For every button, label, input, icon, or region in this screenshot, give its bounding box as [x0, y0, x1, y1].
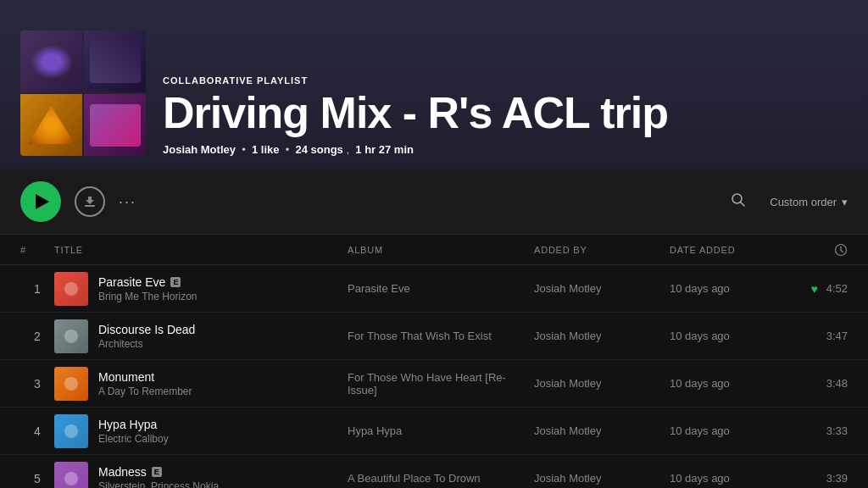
track-artist: Architects: [98, 338, 195, 350]
track-thumbnail: [54, 367, 88, 401]
track-number: 3: [20, 377, 54, 391]
track-added-by: Josiah Motley: [534, 282, 670, 295]
track-number: 4: [20, 424, 54, 438]
liked-icon: ♥: [810, 282, 817, 296]
track-album: A Beautiful Place To Drown: [348, 472, 534, 485]
explicit-badge: E: [152, 467, 162, 477]
track-title-block: Hypa Hypa Electric Callboy: [98, 418, 169, 445]
playlist-songs: 24 songs: [296, 143, 343, 156]
col-duration: [797, 243, 848, 257]
col-album: ALBUM: [348, 245, 534, 255]
track-added-by: Josiah Motley: [534, 330, 670, 342]
download-button[interactable]: [75, 186, 105, 217]
svg-point-8: [64, 377, 78, 391]
track-info: Hypa Hypa Electric Callboy: [54, 414, 348, 448]
track-number: 1: [20, 282, 54, 296]
track-info: Discourse Is Dead Architects: [54, 319, 348, 353]
svg-point-9: [64, 424, 78, 438]
track-added-by: Josiah Motley: [534, 424, 670, 437]
track-album: For Those That Wish To Exist: [348, 330, 534, 342]
duration-value: 3:33: [826, 424, 848, 437]
track-list: # TITLE ALBUM ADDED BY DATE ADDED 1: [0, 235, 868, 488]
track-date-added: 10 days ago: [670, 472, 797, 485]
track-info: Parasite Eve E Bring Me The Horizon: [54, 272, 348, 306]
sort-label: Custom order: [770, 196, 837, 208]
more-options-button[interactable]: ···: [119, 193, 136, 211]
track-duration: 3:33: [797, 424, 848, 437]
play-button[interactable]: [20, 181, 61, 222]
album-cell-1: [20, 30, 82, 92]
track-date-added: 10 days ago: [670, 282, 797, 295]
tracks-container: 1 Parasite Eve E Bring Me The Horizon Pa…: [0, 265, 868, 488]
track-name: Parasite Eve E: [98, 275, 198, 289]
track-date-added: 10 days ago: [670, 377, 797, 390]
track-number: 5: [20, 472, 54, 485]
track-duration: 3:39: [797, 472, 848, 485]
search-icon-button[interactable]: [731, 192, 746, 212]
album-cell-2: [84, 30, 146, 92]
svg-line-2: [741, 202, 745, 206]
track-info: Monument A Day To Remember: [54, 367, 348, 401]
duration-value: 3:47: [826, 330, 848, 342]
track-row[interactable]: 1 Parasite Eve E Bring Me The Horizon Pa…: [0, 265, 868, 313]
track-title-block: Monument A Day To Remember: [98, 370, 192, 397]
track-name: Hypa Hypa: [98, 418, 169, 431]
track-duration: 3:47: [797, 330, 848, 342]
svg-point-6: [64, 282, 78, 296]
track-artist: Electric Callboy: [98, 433, 169, 445]
track-row[interactable]: 3 Monument A Day To Remember For Those W…: [0, 360, 868, 408]
hero-section: COLLABORATIVE PLAYLIST Driving Mix - R's…: [0, 0, 868, 169]
track-thumbnail: [54, 462, 88, 489]
col-added-by: ADDED BY: [534, 245, 670, 255]
sort-arrow: ▾: [842, 196, 848, 208]
track-added-by: Josiah Motley: [534, 377, 670, 390]
playlist-cover-grid: [20, 30, 146, 156]
playlist-type-label: COLLABORATIVE PLAYLIST: [163, 75, 848, 86]
track-artist: Silverstein, Princess Nokia: [98, 480, 219, 489]
track-info: Madness E Silverstein, Princess Nokia: [54, 462, 348, 489]
track-row[interactable]: 5 Madness E Silverstein, Princess Nokia …: [0, 455, 868, 488]
playlist-meta: Josiah Motley • 1 like • 24 songs , 1 hr…: [163, 143, 848, 156]
track-album: For Those Who Have Heart [Re-Issue]: [348, 371, 534, 396]
col-num: #: [20, 245, 54, 255]
track-date-added: 10 days ago: [670, 424, 797, 437]
playlist-title: Driving Mix - R's ACL trip: [163, 91, 848, 135]
duration-value: 4:52: [826, 282, 848, 295]
svg-point-7: [64, 330, 78, 343]
svg-rect-0: [85, 205, 95, 207]
track-name: Discourse Is Dead: [98, 323, 195, 336]
explicit-badge: E: [170, 277, 181, 287]
col-title: TITLE: [54, 245, 348, 255]
track-duration: ♥4:52: [797, 282, 848, 296]
hero-info: COLLABORATIVE PLAYLIST Driving Mix - R's…: [163, 75, 848, 156]
col-date: DATE ADDED: [670, 245, 797, 255]
svg-point-10: [64, 472, 78, 485]
main-container: COLLABORATIVE PLAYLIST Driving Mix - R's…: [0, 0, 868, 488]
track-date-added: 10 days ago: [670, 330, 797, 342]
track-name: Monument: [98, 370, 192, 384]
track-thumbnail: [54, 319, 88, 353]
track-number: 2: [20, 330, 54, 343]
track-row[interactable]: 2 Discourse Is Dead Architects For Those…: [0, 313, 868, 360]
album-cell-4: [84, 94, 146, 156]
sort-order-button[interactable]: Custom order ▾: [770, 196, 848, 208]
duration-value: 3:39: [826, 472, 848, 485]
track-title-block: Parasite Eve E Bring Me The Horizon: [98, 275, 198, 302]
track-title-block: Discourse Is Dead Architects: [98, 323, 195, 350]
track-artist: Bring Me The Horizon: [98, 291, 198, 302]
track-list-header: # TITLE ALBUM ADDED BY DATE ADDED: [0, 235, 868, 265]
track-name: Madness E: [98, 465, 219, 479]
playlist-duration: 1 hr 27 min: [355, 143, 414, 156]
track-row[interactable]: 4 Hypa Hypa Electric Callboy Hypa Hypa J…: [0, 408, 868, 455]
playlist-author: Josiah Motley: [163, 143, 236, 156]
track-thumbnail: [54, 414, 88, 448]
svg-line-5: [841, 250, 843, 252]
track-thumbnail: [54, 272, 88, 306]
track-album: Hypa Hypa: [348, 424, 534, 437]
track-title-block: Madness E Silverstein, Princess Nokia: [98, 465, 219, 489]
track-duration: 3:48: [797, 377, 848, 390]
track-added-by: Josiah Motley: [534, 472, 670, 485]
track-album: Parasite Eve: [348, 282, 534, 295]
controls-bar: ··· Custom order ▾: [0, 169, 868, 235]
album-cell-3: [20, 94, 82, 156]
